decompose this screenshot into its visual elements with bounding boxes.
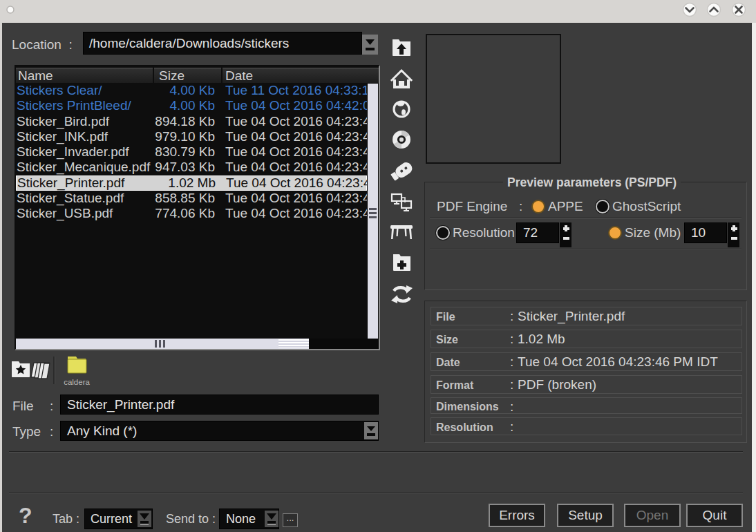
svg-text:caldera: caldera	[64, 378, 90, 386]
